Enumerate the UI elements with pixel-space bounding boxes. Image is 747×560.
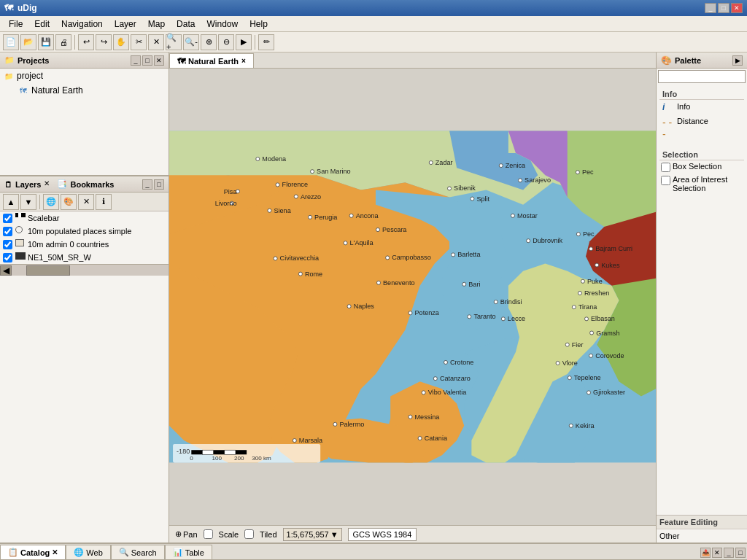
palette-info-item[interactable]: i Info	[659, 100, 744, 114]
close-catalog-tab-icon[interactable]: ✕	[52, 548, 58, 556]
close-button[interactable]: ✕	[731, 3, 743, 13]
menu-map[interactable]: Map	[142, 18, 171, 31]
scale-dropdown[interactable]: 1:5,675,957 ▼	[283, 528, 342, 541]
projects-maximize-button[interactable]: □	[142, 55, 152, 66]
project-item[interactable]: 📁 project	[0, 69, 169, 83]
projects-minimize-button[interactable]: _	[131, 55, 141, 66]
layer-delete-button[interactable]: ✕	[78, 194, 94, 210]
svg-text:Taranto: Taranto	[473, 313, 495, 320]
svg-text:Elbasan: Elbasan	[591, 315, 615, 322]
bottom-maximize-button[interactable]: □	[735, 548, 746, 558]
menu-edit[interactable]: Edit	[28, 18, 55, 31]
layer-raster-checkbox[interactable]	[3, 253, 12, 262]
aoi-selection-checkbox[interactable]	[661, 176, 670, 185]
layers-toolbar: ▲ ▼ 🌐 🎨 ✕ ℹ	[0, 192, 169, 211]
layers-panel: 🗒 Layers ✕ 📑 Bookmarks _ □ ▲ ▼	[0, 176, 169, 542]
zoom-out-button[interactable]: 🔍-	[183, 34, 199, 50]
layer-countries[interactable]: 10m admin 0 countries	[0, 238, 169, 251]
projects-close-button[interactable]: ✕	[154, 55, 164, 66]
menu-layer[interactable]: Layer	[109, 18, 142, 31]
save-button[interactable]: 💾	[38, 34, 54, 50]
pan-icon: ⊕	[175, 529, 182, 539]
svg-text:100: 100	[212, 455, 222, 462]
box-selection-item[interactable]: Box Selection	[659, 160, 744, 174]
forward-button[interactable]: ▶	[236, 34, 252, 50]
palette-distance-item[interactable]: - - - Distance	[659, 114, 744, 142]
svg-text:Vlore: Vlore	[562, 359, 578, 367]
projects-panel-header: 📁 Projects _ □ ✕	[0, 52, 169, 69]
zoom-back-button[interactable]: ⊖	[218, 34, 234, 50]
palette-expand-button[interactable]: ▶	[732, 55, 743, 66]
tab-catalog[interactable]: 📋 Catalog ✕	[0, 545, 66, 559]
layer-raster[interactable]: NE1_50M_SR_W	[0, 251, 169, 264]
edit-button[interactable]: ✏	[258, 34, 274, 50]
layer-scalebar-checkbox[interactable]	[3, 214, 12, 223]
cut-button[interactable]: ✂	[131, 34, 147, 50]
layers-horizontal-scrollbar[interactable]: ◀	[0, 264, 169, 276]
open-button[interactable]: 📂	[20, 34, 36, 50]
natural-earth-item[interactable]: 🗺 Natural Earth	[0, 83, 169, 98]
layer-info-button[interactable]: ℹ	[96, 194, 112, 210]
bookmarks-tab[interactable]: 📑 Bookmarks	[57, 179, 114, 189]
layers-tab[interactable]: 🗒 Layers	[4, 179, 41, 189]
svg-point-111	[444, 360, 447, 364]
bottom-minimize-button[interactable]: _	[724, 548, 734, 558]
menu-navigation[interactable]: Navigation	[55, 18, 109, 31]
layer-add-button[interactable]: 🌐	[43, 194, 59, 210]
layers-minimize-button[interactable]: _	[142, 179, 152, 190]
layers-maximize-button[interactable]: □	[154, 179, 164, 190]
layer-up-button[interactable]: ▲	[3, 194, 19, 210]
toolbar-sep2	[255, 35, 255, 50]
titlebar: 🗺 uDig _ □ ✕	[0, 0, 747, 16]
svg-point-55	[511, 214, 514, 217]
menu-data[interactable]: Data	[171, 18, 201, 31]
tab-web[interactable]: 🌐 Web	[66, 545, 110, 559]
bookmarks-icon: 📑	[57, 179, 67, 189]
pan-tool-button[interactable]: ⊕ Pan	[175, 529, 198, 539]
layer-places-checkbox[interactable]	[3, 227, 12, 236]
map-canvas[interactable]: -180 0 100 200 300 km Modena San Marino	[169, 69, 656, 525]
minimize-button[interactable]: _	[705, 3, 716, 13]
map-tab-natural-earth[interactable]: 🗺 Natural Earth ×	[169, 53, 254, 68]
svg-text:Bari: Bari	[468, 281, 480, 288]
layer-countries-checkbox[interactable]	[3, 240, 12, 249]
layer-style-button[interactable]: 🎨	[61, 194, 77, 210]
bottom-btn2[interactable]: ✕	[712, 548, 722, 558]
svg-rect-17	[202, 450, 213, 454]
cross-button[interactable]: ✕	[148, 34, 164, 50]
svg-text:300 km: 300 km	[252, 455, 271, 462]
layer-places[interactable]: 10m populated places simple	[0, 225, 169, 238]
zoom-extent-button[interactable]: ⊕	[201, 34, 217, 50]
zoom-in-button[interactable]: 🔍+	[166, 34, 182, 50]
redo-button[interactable]: ↪	[96, 34, 112, 50]
print-button[interactable]: 🖨	[55, 34, 71, 50]
undo-button[interactable]: ↩	[78, 34, 94, 50]
palette-search-input[interactable]	[658, 70, 746, 83]
new-button[interactable]: 📄	[3, 34, 19, 50]
map-tab-close-icon[interactable]: ×	[241, 57, 246, 65]
dropdown-arrow-icon: ▼	[330, 530, 338, 539]
palette-icon: 🎨	[661, 55, 672, 66]
menu-file[interactable]: File	[3, 18, 28, 31]
menu-help[interactable]: Help	[244, 18, 274, 31]
tab-table[interactable]: 📊 Table	[165, 545, 212, 559]
scale-checkbox[interactable]	[204, 529, 213, 539]
aoi-selection-item[interactable]: Area of Interest Selection	[659, 174, 744, 194]
maximize-button[interactable]: □	[718, 3, 729, 13]
svg-text:Split: Split	[476, 195, 489, 203]
layer-scalebar[interactable]: Scalebar	[0, 211, 169, 225]
scroll-left-btn[interactable]: ◀	[0, 265, 12, 276]
menu-window[interactable]: Window	[201, 18, 244, 31]
box-selection-checkbox[interactable]	[661, 163, 670, 172]
tab-search[interactable]: 🔍 Search	[111, 545, 165, 559]
scroll-thumb[interactable]	[26, 265, 70, 276]
pan-button[interactable]: ✋	[113, 34, 129, 50]
svg-text:Pec: Pec	[583, 230, 595, 238]
search-icon: 🔍	[119, 548, 129, 557]
layer-down-button[interactable]: ▼	[20, 194, 36, 210]
close-layers-tab-icon[interactable]: ✕	[44, 179, 50, 189]
svg-text:Siena: Siena	[274, 207, 292, 214]
layers-tb-sep	[39, 195, 40, 209]
bottom-btn1[interactable]: 📤	[700, 548, 711, 558]
tiled-checkbox[interactable]	[244, 529, 254, 539]
